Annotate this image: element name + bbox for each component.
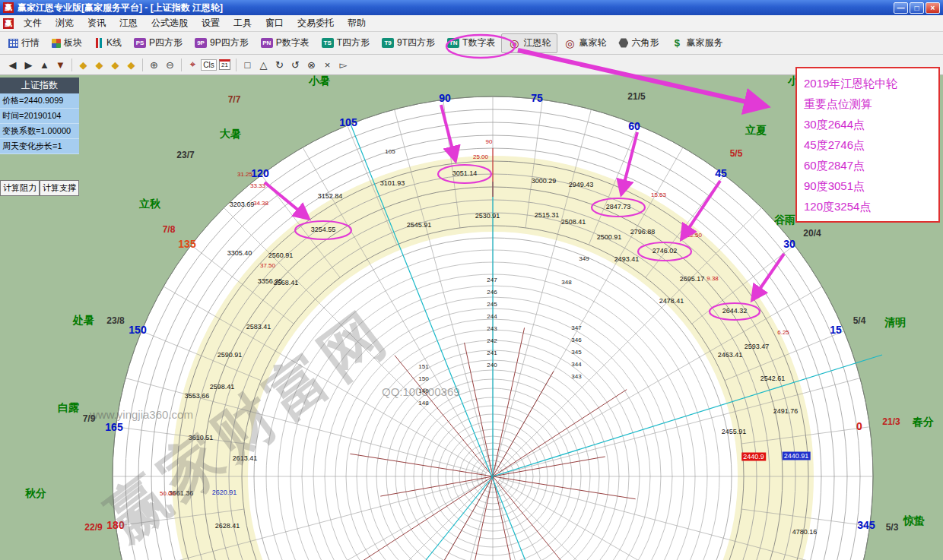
wheel-label: 90 <box>439 93 451 103</box>
forward-icon[interactable]: ▶ <box>21 57 37 73</box>
diamond-icon-1[interactable]: ◆ <box>75 57 91 73</box>
p-square-button[interactable]: PS P四方形 <box>128 33 189 53</box>
cls-button[interactable]: Cls <box>201 57 217 73</box>
wheel-label: 5/5 <box>730 149 743 158</box>
calc-buttons: 计算阻力计算支撑 <box>0 180 79 196</box>
wheel-label: 105 <box>385 149 395 155</box>
wheel-label: 120 <box>251 168 268 179</box>
separator[interactable] <box>178 57 185 73</box>
menu-item[interactable]: 设置 <box>195 15 227 31</box>
menu-item[interactable]: 资讯 <box>81 15 113 31</box>
menu-item[interactable]: 江恩 <box>113 15 144 31</box>
wheel-label: 7/9 <box>83 414 96 423</box>
annotation-note-line: 2019年江恩轮中轮 <box>804 73 932 93</box>
parameter-row: 价格=2440.9099 <box>0 93 79 109</box>
triangle-tool-icon[interactable]: △ <box>256 57 271 73</box>
diamond-icon-4[interactable]: ◆ <box>123 57 139 73</box>
wheel-label: 349 <box>579 256 589 262</box>
zoom-in-icon[interactable]: ⊕ <box>146 57 162 73</box>
wheel-label: 75 <box>531 93 543 103</box>
toolbar-button-icon: $ <box>671 38 683 48</box>
winner-service-button[interactable]: $ 赢家服务 <box>665 33 729 53</box>
market-button[interactable]: 行情 <box>2 33 46 53</box>
annotation-note-line: 60度2847点 <box>804 155 932 176</box>
circle-cross-icon[interactable]: ⊗ <box>303 57 319 73</box>
menu-bar: 赢 文件浏览资讯江恩公式选股设置工具窗口交易委托帮助 <box>0 15 943 32</box>
wheel-label: 2590.91 <box>217 352 243 359</box>
nine-t-square-button[interactable]: T9 9T四方形 <box>376 33 441 53</box>
annotation-note: 2019年江恩轮中轮重要点位测算30度2644点45度2746点60度2847点… <box>795 67 940 223</box>
separator[interactable] <box>233 57 240 73</box>
wheel-label: 6.25 <box>777 330 789 336</box>
pointer-icon[interactable]: ▻ <box>335 57 351 73</box>
wheel-label: 3553.66 <box>185 393 210 400</box>
menu-item[interactable]: 文件 <box>17 15 49 31</box>
wheel-label: 清明 <box>884 317 906 327</box>
parameter-row: 变换系数=1.00000 <box>0 124 79 139</box>
minimize-button[interactable]: — <box>894 2 908 14</box>
wheel-label: 150 <box>418 376 428 382</box>
wheel-label: 347 <box>571 325 581 331</box>
wheel-label: 立秋 <box>139 198 160 209</box>
wheel-label: 2463.41 <box>718 352 743 359</box>
wheel-label: 30 <box>783 239 795 249</box>
wheel-label: 3254.55 <box>311 226 336 233</box>
triangle-up-icon[interactable]: ▲ <box>37 57 52 73</box>
wheel-label: 秋分 <box>25 488 46 498</box>
wheel-label: 2746.02 <box>652 248 678 255</box>
gann-wheel-button[interactable]: ◎ 江恩轮 <box>501 33 557 53</box>
wheel-label: 2455.91 <box>722 429 747 435</box>
t-square-button[interactable]: TS T四方形 <box>316 33 376 53</box>
wheel-label: 5/3 <box>886 523 899 532</box>
wheel-label: 23/8 <box>106 316 124 325</box>
rotate-ccw-icon[interactable]: ↺ <box>287 57 303 73</box>
wheel-label: 15 <box>830 324 842 335</box>
sector-button[interactable]: 板块 <box>46 33 88 53</box>
menu-item[interactable]: 浏览 <box>49 15 81 31</box>
winner-wheel-button[interactable]: ◎ 赢家轮 <box>557 33 612 53</box>
wheel-label: 346 <box>571 337 581 343</box>
wheel-label: 2500.91 <box>597 234 622 241</box>
back-icon[interactable]: ◀ <box>5 57 21 73</box>
wheel-label: 149 <box>418 388 428 394</box>
rect-tool-icon[interactable]: □ <box>240 57 256 73</box>
toolbar-button-icon <box>618 38 628 48</box>
delete-icon[interactable]: × <box>319 57 335 73</box>
menu-item[interactable]: 窗口 <box>259 15 291 31</box>
maximize-button[interactable]: □ <box>910 2 924 14</box>
calc-button[interactable]: 计算支撑 <box>40 180 79 196</box>
wheel-label: 2508.41 <box>561 219 586 226</box>
funnel-icon[interactable]: ▼ <box>52 57 68 73</box>
calc-button[interactable]: 计算阻力 <box>0 180 40 196</box>
toolbar-button-icon: PN <box>261 38 273 48</box>
toolbar-button-icon: ◎ <box>508 38 520 48</box>
toolbar-button-label: 六角形 <box>631 36 659 49</box>
nine-p-square-button[interactable]: 9P 9P四方形 <box>189 33 255 53</box>
wheel-label: 34.38 <box>253 201 268 207</box>
close-button[interactable]: × <box>926 2 940 14</box>
diamond-icon-3[interactable]: ◆ <box>107 57 123 73</box>
menu-item[interactable]: 交易委托 <box>291 15 341 31</box>
kline-button[interactable]: K线 <box>88 33 128 53</box>
hexagon-button[interactable]: 六角形 <box>612 33 665 53</box>
zoom-out-icon[interactable]: ⊖ <box>162 57 178 73</box>
wheel-label: 242 <box>487 338 497 344</box>
wheel-label: 4780.16 <box>792 529 818 536</box>
menu-item[interactable]: 工具 <box>227 15 259 31</box>
rotate-cw-icon[interactable]: ↻ <box>271 57 287 73</box>
crosshair-icon[interactable]: ⌖ <box>185 57 201 73</box>
toolbar-button-label: 赢家服务 <box>686 36 722 49</box>
wheel-label: 处暑 <box>73 315 94 325</box>
p-number-table-button[interactable]: PN P数字表 <box>255 33 316 53</box>
menu-item[interactable]: 公式选股 <box>144 15 195 31</box>
menu-item[interactable]: 帮助 <box>341 15 373 31</box>
wheel-label: 31.25 <box>237 172 252 178</box>
diamond-icon-2[interactable]: ◆ <box>91 57 107 73</box>
toolbar-button-icon <box>52 39 61 48</box>
calendar-icon[interactable]: 21 <box>217 57 233 73</box>
separator[interactable] <box>68 57 75 73</box>
t-number-table-button[interactable]: TN T数字表 <box>441 33 501 53</box>
separator[interactable] <box>139 57 146 73</box>
wheel-label: 2644.32 <box>722 308 748 315</box>
wheel-label: 0 <box>856 421 862 432</box>
